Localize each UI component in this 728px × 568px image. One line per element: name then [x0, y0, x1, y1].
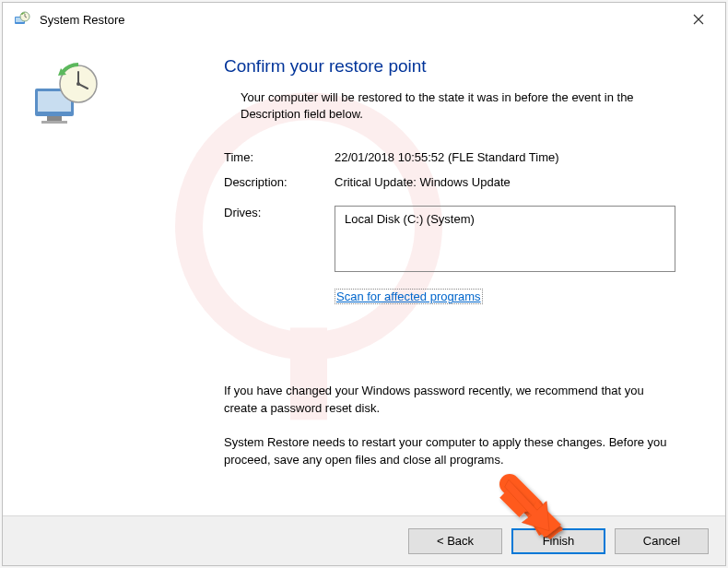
back-button[interactable]: < Back: [408, 528, 502, 554]
right-panel: Confirm your restore point Your computer…: [224, 47, 725, 515]
drives-listbox[interactable]: Local Disk (C:) (System): [335, 206, 675, 272]
finish-button[interactable]: Finish: [511, 528, 605, 554]
drive-item[interactable]: Local Disk (C:) (System): [345, 212, 665, 226]
close-button[interactable]: [677, 6, 720, 32]
button-bar: < Back Finish Cancel: [3, 515, 725, 565]
system-restore-dialog: System Restore: [2, 2, 726, 566]
description-value: Critical Update: Windows Update: [335, 175, 511, 189]
time-value: 22/01/2018 10:55:52 (FLE Standard Time): [335, 150, 559, 164]
warning-block: If you have changed your Windows passwor…: [224, 383, 679, 468]
restore-graphic-icon: [30, 61, 100, 130]
cancel-button[interactable]: Cancel: [615, 528, 709, 554]
time-row: Time: 22/01/2018 10:55:52 (FLE Standard …: [224, 150, 679, 164]
close-icon: [693, 14, 704, 25]
restart-warning-text: System Restore needs to restart your com…: [224, 434, 679, 469]
left-panel: [3, 47, 224, 515]
svg-rect-9: [41, 121, 67, 124]
time-label: Time:: [224, 150, 335, 164]
password-warning-text: If you have changed your Windows passwor…: [224, 383, 679, 418]
intro-text: Your computer will be restored to the st…: [224, 89, 679, 123]
description-label: Description:: [224, 175, 335, 189]
window-title: System Restore: [40, 13, 124, 27]
titlebar: System Restore: [3, 3, 725, 36]
page-heading: Confirm your restore point: [224, 56, 679, 77]
content-area: Confirm your restore point Your computer…: [3, 36, 725, 515]
description-row: Description: Critical Update: Windows Up…: [224, 175, 679, 189]
svg-rect-8: [47, 116, 62, 121]
drives-label: Drives:: [224, 206, 335, 272]
system-restore-icon: [14, 11, 30, 28]
scan-affected-programs-link[interactable]: Scan for affected programs: [335, 289, 483, 304]
drives-row: Drives: Local Disk (C:) (System): [224, 206, 679, 272]
